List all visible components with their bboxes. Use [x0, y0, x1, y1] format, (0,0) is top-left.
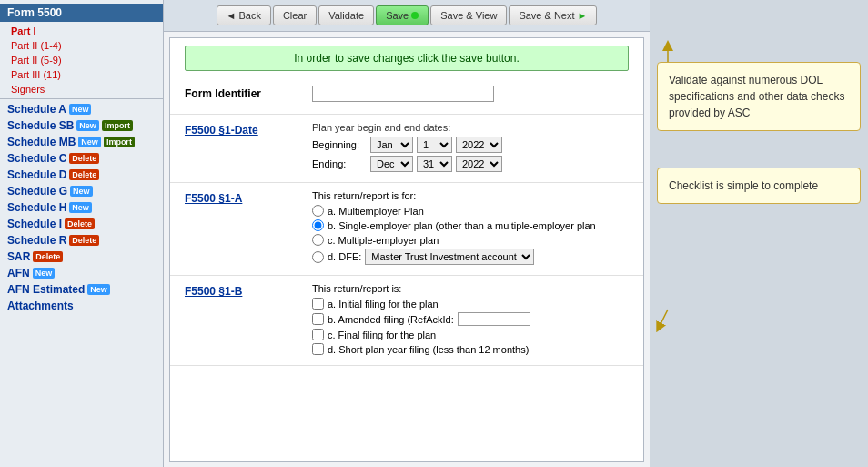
beginning-label: Beginning:	[312, 139, 367, 150]
plan-year-title: Plan year begin and end dates:	[312, 122, 629, 133]
form-identifier-input[interactable]	[312, 86, 494, 102]
sidebar-item-schedule-c[interactable]: Schedule C Delete	[0, 150, 163, 167]
sidebar: Form 5500 Part I Part II (1-4) Part II (…	[0, 0, 164, 467]
beginning-day-select[interactable]: 12345 678910 1112131415 1617181920 21222…	[417, 137, 452, 153]
section-1b-intro: This return/report is:	[312, 283, 629, 294]
ending-month-select[interactable]: JanFebMarApr MayJunJulAug SepOctNovDec	[370, 156, 413, 172]
cb-d-label: d. Short plan year filing (less than 12 …	[328, 344, 529, 355]
save-view-button[interactable]: Save & View	[430, 5, 507, 25]
option-b-label: b. Single-employer plan (other than a mu…	[328, 220, 596, 231]
cb-c-label: c. Final filing for the plan	[328, 330, 436, 340]
section-1a-intro: This return/report is for:	[312, 190, 629, 201]
sidebar-item-schedule-sb[interactable]: Schedule SB New Import	[0, 117, 163, 134]
section-1b: F5500 §1-B This return/report is: a. Ini…	[170, 276, 643, 366]
badge-delete-schedule-i: Delete	[65, 218, 95, 229]
option-a-row: a. Multiemployer Plan	[312, 205, 629, 217]
sidebar-item-afn[interactable]: AFN New	[0, 265, 163, 281]
cb-c-row: c. Final filing for the plan	[312, 329, 629, 340]
save-button[interactable]: Save	[376, 5, 429, 25]
svg-line-1	[659, 310, 668, 328]
sidebar-item-attachments[interactable]: Attachments	[0, 298, 163, 314]
option-c-label: c. Multiple-employer plan	[328, 235, 439, 246]
sidebar-item-schedule-a[interactable]: Schedule A New	[0, 101, 163, 117]
date-section-label[interactable]: F5500 §1-Date	[185, 122, 312, 137]
badge-delete-schedule-c: Delete	[69, 153, 99, 164]
save-next-button[interactable]: Save & Next ►	[509, 5, 597, 25]
ending-day-select[interactable]: 115282930 31	[417, 156, 452, 172]
option-b-radio[interactable]	[312, 219, 324, 231]
beginning-row: Beginning: JanFebMarApr MayJunJulAug Sep…	[312, 137, 629, 153]
next-arrow-icon: ►	[578, 10, 588, 21]
sidebar-item-part1[interactable]: Part I	[0, 24, 163, 38]
back-arrow-icon: ◄	[227, 10, 237, 21]
sidebar-item-part2-1-4[interactable]: Part II (1-4)	[0, 38, 163, 53]
section-1b-content: This return/report is: a. Initial filing…	[312, 283, 629, 358]
badge-import-schedule-sb: Import	[102, 120, 133, 131]
option-d-row: d. DFE: Master Trust Investment account …	[312, 249, 629, 265]
cb-b-row: b. Amended filing (RefAckId:	[312, 312, 629, 326]
cb-d-row: d. Short plan year filing (less than 12 …	[312, 343, 629, 355]
sidebar-item-sar[interactable]: SAR Delete	[0, 249, 163, 265]
right-panel: Validate against numerous DOL specificat…	[650, 0, 868, 467]
cb-b-label: b. Amended filing (RefAckId:	[328, 314, 454, 325]
badge-new-schedule-mb: New	[78, 137, 101, 147]
beginning-month-select[interactable]: JanFebMarApr MayJunJulAug SepOctNovDec	[370, 137, 413, 153]
beginning-year-select[interactable]: 2020202120222023	[456, 137, 502, 153]
sidebar-item-schedule-i[interactable]: Schedule I Delete	[0, 216, 163, 232]
ending-year-select[interactable]: 2020202120222023	[456, 156, 502, 172]
form-title: Form 5500	[0, 4, 163, 22]
form-identifier-section: Form Identifier	[170, 78, 643, 115]
cb-b-checkbox[interactable]	[312, 313, 324, 325]
section-1b-label[interactable]: F5500 §1-B	[185, 283, 312, 298]
cb-a-checkbox[interactable]	[312, 298, 324, 310]
option-c-row: c. Multiple-employer plan	[312, 234, 629, 246]
toolbar: ◄ Back Clear Validate Save Save & View S…	[164, 0, 650, 32]
validate-button[interactable]: Validate	[318, 5, 374, 25]
option-c-radio[interactable]	[312, 234, 324, 246]
section-1a: F5500 §1-A This return/report is for: a.…	[170, 183, 643, 276]
cb-a-label: a. Initial filing for the plan	[328, 299, 439, 310]
sidebar-item-part2-5-9[interactable]: Part II (5-9)	[0, 53, 163, 67]
cb-c-checkbox[interactable]	[312, 329, 324, 340]
callout-top-text: Validate against numerous DOL specificat…	[669, 74, 844, 119]
badge-new-schedule-sb: New	[76, 120, 99, 131]
form-identifier-content	[312, 86, 629, 102]
callout-bottom-text: Checklist is simple to complete	[669, 179, 818, 192]
callout-top: Validate against numerous DOL specificat…	[657, 62, 861, 131]
sidebar-divider	[0, 98, 163, 99]
option-d-radio[interactable]	[312, 251, 324, 263]
sidebar-item-afn-estimated[interactable]: AFN Estimated New	[0, 281, 163, 298]
sidebar-item-schedule-h[interactable]: Schedule H New	[0, 199, 163, 216]
badge-new-afn: New	[33, 268, 56, 279]
dfe-select[interactable]: Master Trust Investment account Common/C…	[365, 249, 534, 265]
save-notice: In order to save changes click the save …	[185, 46, 629, 71]
badge-delete-sar: Delete	[33, 251, 63, 262]
sidebar-item-schedule-g[interactable]: Schedule G New	[0, 183, 163, 199]
option-a-radio[interactable]	[312, 205, 324, 217]
sidebar-item-part3[interactable]: Part III (11)	[0, 67, 163, 82]
cb-d-checkbox[interactable]	[312, 343, 324, 355]
badge-new-afn-estimated: New	[87, 284, 110, 295]
form-identifier-label: Form Identifier	[185, 86, 312, 100]
badge-new-schedule-g: New	[70, 186, 93, 197]
back-button[interactable]: ◄ Back	[217, 5, 271, 25]
date-section: F5500 §1-Date Plan year begin and end da…	[170, 115, 643, 183]
badge-delete-schedule-d: Delete	[69, 169, 99, 180]
ending-label: Ending:	[312, 158, 367, 169]
save-green-dot	[411, 12, 419, 19]
badge-import-schedule-mb: Import	[104, 137, 135, 147]
sidebar-item-signers[interactable]: Signers	[0, 82, 163, 96]
sidebar-item-schedule-r[interactable]: Schedule R Delete	[0, 232, 163, 249]
option-d-prefix: d. DFE:	[328, 251, 361, 262]
ref-ack-id-input[interactable]	[458, 312, 530, 326]
section-1a-label[interactable]: F5500 §1-A	[185, 190, 312, 205]
sidebar-item-schedule-d[interactable]: Schedule D Delete	[0, 167, 163, 183]
badge-new-schedule-a: New	[69, 104, 92, 115]
clear-button[interactable]: Clear	[273, 5, 317, 25]
sidebar-item-schedule-mb[interactable]: Schedule MB New Import	[0, 134, 163, 150]
cb-a-row: a. Initial filing for the plan	[312, 298, 629, 310]
center-content: ◄ Back Clear Validate Save Save & View S…	[164, 0, 650, 467]
badge-new-schedule-h: New	[69, 202, 92, 213]
option-b-row: b. Single-employer plan (other than a mu…	[312, 219, 629, 231]
section-1a-content: This return/report is for: a. Multiemplo…	[312, 190, 629, 268]
